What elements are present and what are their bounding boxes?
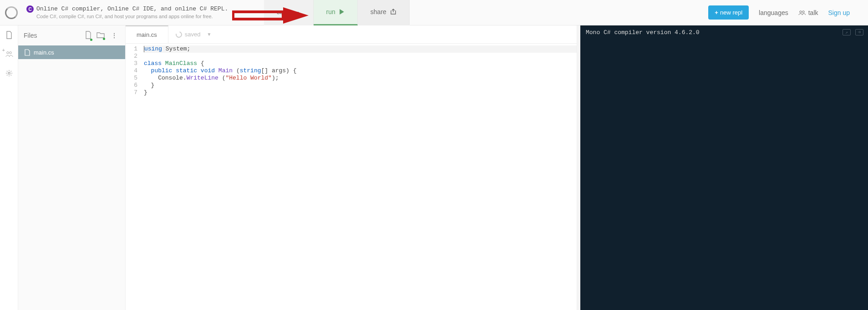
saved-label: saved <box>185 31 201 38</box>
share-button[interactable]: share <box>358 0 410 25</box>
files-more-button[interactable]: ⋮ <box>109 32 120 39</box>
header: C Online C# compiler, Online C# IDE, and… <box>0 0 868 25</box>
share-label: share <box>371 8 386 15</box>
title-area: C Online C# compiler, Online C# IDE, and… <box>23 5 232 20</box>
chevron-down-icon: ▼ <box>207 32 212 37</box>
csharp-badge-icon: C <box>26 5 34 13</box>
svg-point-5 <box>8 72 10 74</box>
files-panel: Files ⋮ main.cs <box>18 25 126 310</box>
file-tab-icon[interactable] <box>5 31 13 39</box>
replit-logo-icon <box>5 6 18 19</box>
console-clear-icon[interactable]: ⌫ <box>855 29 863 35</box>
refresh-icon <box>174 30 183 39</box>
console-popout-icon[interactable]: ↗ <box>843 29 851 35</box>
title-text: Online C# compiler, Online C# IDE, and o… <box>36 5 228 13</box>
subtitle-text: Code C#, compile C#, run C#, and host yo… <box>26 13 228 20</box>
console-panel[interactable]: ↗ ⌫ Mono C# compiler version 4.6.2.0 <box>580 25 868 310</box>
tab-label: main.cs <box>137 31 157 38</box>
main: + Files ⋮ main.cs main.cs <box>0 25 868 310</box>
title-line1: C Online C# compiler, Online C# IDE, and… <box>26 5 228 13</box>
editor-area: main.cs saved ▼ 1234567 using System; cl… <box>126 25 577 310</box>
run-button[interactable]: run <box>314 0 358 25</box>
svg-point-1 <box>802 10 804 12</box>
tab-main[interactable]: main.cs <box>126 25 168 43</box>
share-icon <box>390 9 396 15</box>
file-icon <box>25 49 30 56</box>
new-repl-label: new repl <box>720 9 742 16</box>
tabbar: main.cs saved ▼ <box>126 25 577 44</box>
play-icon <box>339 9 345 15</box>
header-center-buttons: save ☁ run share <box>264 0 410 25</box>
svg-point-4 <box>9 52 11 54</box>
file-name: main.cs <box>34 49 54 56</box>
run-label: run <box>326 8 335 15</box>
console-icons: ↗ ⌫ <box>843 29 863 35</box>
new-folder-button[interactable] <box>96 31 105 40</box>
files-label: Files <box>24 32 80 39</box>
people-icon <box>798 10 806 15</box>
header-right: +new repl languages talk Sign up <box>708 5 868 20</box>
new-repl-button[interactable]: +new repl <box>708 5 749 20</box>
add-people-icon[interactable]: + <box>5 50 13 58</box>
languages-link[interactable]: languages <box>759 9 788 16</box>
talk-link[interactable]: talk <box>798 9 818 16</box>
save-label: save <box>277 8 290 15</box>
plus-icon: + <box>715 9 718 16</box>
site-logo[interactable] <box>0 6 23 19</box>
svg-point-0 <box>800 10 802 12</box>
svg-point-3 <box>6 52 9 54</box>
files-header: Files ⋮ <box>18 25 125 45</box>
cloud-save-icon: ☁ <box>294 8 300 15</box>
talk-label: talk <box>808 9 818 16</box>
console-output: Mono C# compiler version 4.6.2.0 <box>586 29 863 36</box>
code-editor[interactable]: 1234567 using System; class MainClass { … <box>126 44 577 310</box>
code-content[interactable]: using System; class MainClass { public s… <box>141 44 577 310</box>
left-iconbar: + <box>0 25 18 310</box>
signup-link[interactable]: Sign up <box>828 9 850 16</box>
settings-gear-icon[interactable] <box>5 69 13 77</box>
line-gutter: 1234567 <box>126 44 141 310</box>
saved-indicator[interactable]: saved ▼ <box>168 31 219 38</box>
save-button[interactable]: save ☁ <box>264 0 314 25</box>
splitter[interactable] <box>577 25 580 310</box>
new-file-button[interactable] <box>85 31 92 40</box>
file-item-main[interactable]: main.cs <box>18 45 125 59</box>
